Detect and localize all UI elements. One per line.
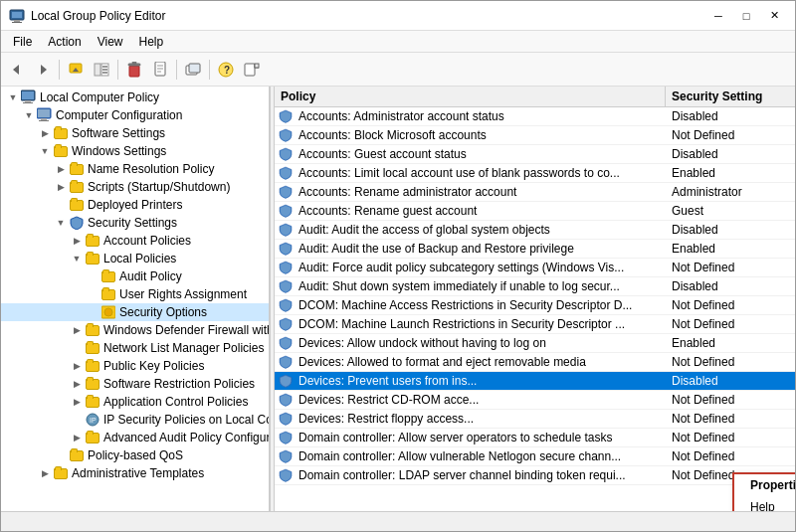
tree-pane[interactable]: ▼ Local Computer Policy ▼ (1, 87, 270, 511)
forward-button[interactable] (31, 58, 55, 82)
tree-item-software[interactable]: ▶ Software Settings (1, 124, 269, 142)
menu-action[interactable]: Action (40, 33, 89, 50)
expand-ss[interactable]: ▼ (53, 215, 69, 231)
table-row[interactable]: Domain controller: LDAP server channel b… (275, 466, 795, 485)
show-hide-button[interactable] (90, 58, 113, 82)
table-row[interactable]: Devices: Restrict CD-ROM acce...Not Defi… (275, 391, 795, 410)
table-row[interactable]: Devices: Allowed to format and eject rem… (275, 353, 795, 372)
close-button[interactable]: ✕ (761, 6, 787, 26)
table-row[interactable]: Accounts: Rename administrator accountAd… (275, 183, 795, 202)
table-row[interactable]: Audit: Audit the use of Backup and Resto… (275, 240, 795, 259)
new-window-button[interactable] (181, 58, 205, 82)
policy-row-setting: Not Defined (666, 410, 795, 428)
delete-button[interactable] (122, 58, 146, 82)
expand-so[interactable] (85, 304, 100, 320)
tree-item-network-list[interactable]: Network List Manager Policies (1, 339, 269, 357)
svg-marker-5 (41, 65, 47, 75)
expand-root[interactable]: ▼ (5, 89, 21, 105)
ap-label: Account Policies (103, 234, 191, 248)
svg-point-36 (104, 308, 112, 316)
expand-ac[interactable]: ▶ (69, 394, 85, 410)
tree-root[interactable]: ▼ Local Computer Policy (1, 89, 269, 106)
policy-row-setting: Not Defined (666, 429, 795, 446)
app-icon (9, 8, 25, 24)
tree-item-app-control[interactable]: ▶ Application Control Policies (1, 393, 269, 411)
admin-templates-icon (53, 465, 69, 481)
menu-view[interactable]: View (90, 33, 131, 50)
policy-row-name: Accounts: Limit local account use of bla… (295, 164, 666, 182)
back-button[interactable] (5, 58, 29, 82)
expand-pk[interactable]: ▶ (69, 358, 85, 374)
tree-item-user-rights[interactable]: User Rights Assignment (1, 285, 269, 303)
root-label: Local Computer Policy (40, 90, 159, 104)
tree-item-local-policies[interactable]: ▼ Local Policies (1, 250, 269, 267)
tree-item-public-key[interactable]: ▶ Public Key Policies (1, 357, 269, 375)
tree-item-audit[interactable]: Audit Policy (1, 267, 269, 285)
table-row[interactable]: Devices: Restrict floppy access...Not De… (275, 410, 795, 429)
policy-row-name: Devices: Prevent users from ins... (295, 372, 666, 390)
tree-item-windows-settings[interactable]: ▼ Windows Settings (1, 142, 269, 160)
expand-qos[interactable] (53, 447, 69, 463)
policy-row-setting: Disabled (666, 372, 795, 390)
tree-item-advanced-audit[interactable]: ▶ Advanced Audit Policy Configure (1, 429, 269, 446)
table-row[interactable]: DCOM: Machine Access Restrictions in Sec… (275, 296, 795, 315)
table-row[interactable]: Devices: Prevent users from ins...Disabl… (275, 372, 795, 391)
table-row[interactable]: DCOM: Machine Launch Restrictions in Sec… (275, 315, 795, 334)
table-row[interactable]: Domain controller: Allow server operator… (275, 429, 795, 447)
table-row[interactable]: Devices: Allow undock without having to … (275, 334, 795, 353)
expand-at[interactable]: ▶ (37, 465, 53, 481)
expand-ur[interactable] (85, 286, 100, 302)
tree-item-ip-security[interactable]: IP IP Security Policies on Local Con (1, 411, 269, 429)
tree-item-account[interactable]: ▶ Account Policies (1, 232, 269, 250)
tree-item-security-options[interactable]: Security Options (1, 303, 269, 321)
window-controls: ─ □ ✕ (705, 6, 787, 26)
table-row[interactable]: Accounts: Administrator account statusDi… (275, 107, 795, 126)
expand-nr[interactable]: ▶ (53, 161, 69, 177)
menu-file[interactable]: File (5, 33, 40, 50)
tree-item-security-settings[interactable]: ▼ Security Settings (1, 214, 269, 232)
tree-item-name-res[interactable]: ▶ Name Resolution Policy (1, 160, 269, 178)
tree-item-scripts[interactable]: ▶ Scripts (Startup/Shutdown) (1, 178, 269, 196)
maximize-button[interactable]: □ (733, 6, 759, 26)
table-row[interactable]: Audit: Shut down system immediately if u… (275, 277, 795, 296)
help-button[interactable]: ? (214, 58, 238, 82)
table-row[interactable]: Audit: Audit the access of global system… (275, 221, 795, 240)
tree-item-admin-templates[interactable]: ▶ Administrative Templates (1, 464, 269, 482)
properties-button[interactable] (148, 58, 172, 82)
expand-ap[interactable]: ▶ (69, 233, 85, 249)
policy-row-icon (277, 278, 295, 294)
expand-aa[interactable]: ▶ (69, 430, 85, 445)
context-menu-help[interactable]: Help (734, 496, 795, 511)
expand-ips[interactable] (69, 412, 85, 428)
expand-sw[interactable]: ▶ (37, 125, 53, 141)
expand-sr[interactable]: ▶ (69, 376, 85, 392)
expand-nl[interactable] (69, 340, 85, 356)
expand-cc[interactable]: ▼ (21, 107, 37, 123)
context-menu-properties[interactable]: Properties (734, 474, 795, 496)
tree-item-computer-config[interactable]: ▼ Computer Configuration (1, 106, 269, 124)
table-row[interactable]: Accounts: Guest account statusDisabled (275, 145, 795, 164)
expand-audit[interactable] (85, 268, 100, 284)
tree-item-sw-restriction[interactable]: ▶ Software Restriction Policies (1, 375, 269, 393)
policy-table[interactable]: Policy Security Setting Accounts: Admini… (275, 87, 795, 511)
tree-item-printers[interactable]: Deployed Printers (1, 196, 269, 214)
expand-scripts[interactable]: ▶ (53, 179, 69, 195)
svg-marker-4 (13, 65, 19, 75)
up-button[interactable] (64, 58, 88, 82)
export-button[interactable] (240, 58, 264, 82)
table-row[interactable]: Accounts: Limit local account use of bla… (275, 164, 795, 183)
table-row[interactable]: Accounts: Block Microsoft accountsNot De… (275, 126, 795, 145)
expand-ws[interactable]: ▼ (37, 143, 53, 159)
expand-fw[interactable]: ▶ (69, 322, 85, 338)
minimize-button[interactable]: ─ (705, 6, 731, 26)
table-row[interactable]: Accounts: Rename guest accountGuest (275, 202, 795, 221)
ip-security-icon: IP (85, 412, 100, 428)
table-row[interactable]: Audit: Force audit policy subcategory se… (275, 259, 795, 277)
qos-icon (69, 447, 85, 463)
expand-lp[interactable]: ▼ (69, 251, 85, 266)
menu-help[interactable]: Help (131, 33, 172, 50)
tree-item-firewall[interactable]: ▶ Windows Defender Firewall with (1, 321, 269, 339)
expand-printers[interactable] (53, 197, 69, 213)
table-row[interactable]: Domain controller: Allow vulnerable Netl… (275, 447, 795, 466)
tree-item-qos[interactable]: Policy-based QoS (1, 446, 269, 464)
